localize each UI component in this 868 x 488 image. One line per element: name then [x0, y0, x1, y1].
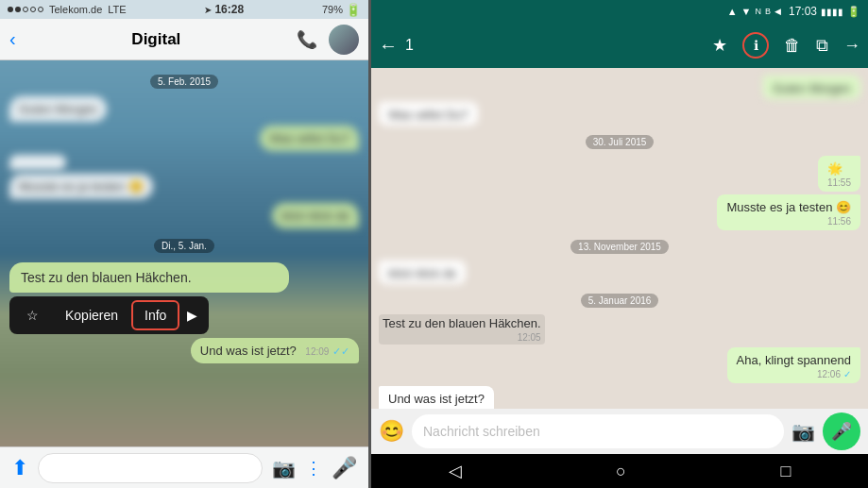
android-input-row: 😊 Nachricht schreiben 📷 🎤	[371, 409, 868, 454]
msg-text: Test zu den blauen Häkchen.	[21, 270, 192, 285]
android-nfc-icon: N	[755, 7, 761, 16]
android-toolbar-icons: ★ ℹ 🗑 ⧉ →	[712, 32, 860, 59]
a-msg-time: 12:06	[817, 369, 841, 379]
emoji-icon: 🌟	[827, 161, 842, 176]
android-back-button[interactable]: ←	[379, 35, 398, 57]
a-date-label: 5. Januar 2016	[581, 294, 659, 308]
a-msg-outgoing-aha: Aha, klingt spannend 12:06 ✓	[727, 347, 860, 383]
a-date-divider-juli: 30. Juli 2015	[379, 132, 860, 149]
msg-text: Guten Morgen	[19, 102, 97, 116]
msg-text: Test zu den blauen Häkchen.	[383, 316, 541, 330]
android-battery-icon: 🔋	[847, 6, 860, 18]
msg-outgoing-klick: klick klick de	[272, 203, 359, 228]
a-msg-time: 12:05	[518, 332, 541, 343]
ios-dots-icon[interactable]: ⋮	[305, 458, 322, 479]
a-msg-outgoing-testen: Musste es ja testen 😊 11:56	[717, 194, 860, 230]
android-vol-icon: ◀	[774, 7, 781, 16]
android-info-button[interactable]: ℹ	[742, 32, 769, 59]
ios-contact-avatar[interactable]	[329, 25, 359, 55]
ios-mic-icon[interactable]: 🎤	[332, 456, 357, 480]
ctx-star[interactable]: ☆	[13, 300, 52, 330]
ios-location-icon: ➤	[204, 5, 212, 15]
ios-toolbar: ⬆ 📷 ⋮ 🎤	[0, 446, 368, 488]
ios-camera-icon[interactable]: 📷	[272, 457, 296, 480]
android-mic-button[interactable]: 🎤	[823, 412, 860, 450]
ios-nav-icons: 📞	[297, 25, 359, 55]
msg-text: Und was ist jetzt?	[200, 344, 297, 358]
msg-text: Musste es ja testen 😊	[19, 179, 144, 194]
ios-carrier: Telekom.de	[49, 4, 102, 15]
a-msg-meta: 12:09	[388, 408, 485, 409]
android-camera-button[interactable]: 📷	[791, 420, 815, 443]
ios-phone-icon[interactable]: 📞	[297, 29, 317, 50]
dot-1	[8, 7, 13, 12]
ios-chevron-left-icon: ‹	[9, 28, 16, 50]
ios-upload-icon[interactable]: ⬆	[11, 456, 28, 480]
msg-text: Guten Morgen	[773, 81, 851, 95]
android-nav-recent[interactable]: □	[780, 462, 791, 481]
date-label-feb: 5. Feb. 2015	[150, 75, 218, 89]
android-chat-area: Guten Morgen Was willst Du? 30. Juli 201…	[371, 68, 868, 409]
a-msg-meta: 12:06 ✓	[737, 369, 851, 379]
ios-signal-dots	[8, 7, 43, 12]
android-forward-icon[interactable]: →	[843, 36, 860, 56]
android-selected-count: 1	[405, 37, 705, 54]
msg-time: 12:09	[305, 346, 329, 357]
msg-incoming-testen: Musste es ja testen 😊	[9, 174, 153, 199]
msg-outgoing-jetzt: Und was ist jetzt? 12:09 ✓✓	[191, 338, 359, 363]
ios-nav-title: Digital	[24, 30, 289, 49]
msg-text: klick klick de	[281, 209, 349, 223]
ios-input-bar[interactable]	[38, 453, 263, 483]
msg-row-jetzt: Und was ist jetzt? 12:09 ✓✓	[9, 338, 359, 363]
ctx-copy[interactable]: Kopieren	[52, 300, 131, 330]
a-date-divider-jan16: 5. Januar 2016	[379, 291, 860, 308]
a-msg-incoming-test: Test zu den blauen Häkchen. 12:05	[379, 314, 545, 345]
a-msg-meta: 11:55	[827, 177, 851, 188]
android-copy-icon[interactable]: ⧉	[816, 36, 828, 56]
a-date-label: 13. November 2015	[570, 240, 669, 254]
msg-text: klick klick de	[388, 266, 456, 280]
android-delete-icon[interactable]: 🗑	[784, 36, 801, 56]
android-bt-icon: B	[765, 7, 771, 16]
ios-network: LTE	[108, 4, 126, 15]
ios-time: 16:28	[214, 3, 244, 16]
a-msg-meta: 12:05	[383, 332, 541, 343]
a-msg-outgoing-emoji: 🌟 11:55	[818, 156, 860, 192]
android-status-icons: ▲ ▼ N B ◀ 17:03 ▮▮▮▮ 🔋	[727, 5, 860, 18]
a-msg-incoming-klick: klick klick de	[379, 261, 466, 284]
msg-text: Was willst Du?	[388, 108, 468, 122]
msg-incoming-morgen: Guten Morgen	[9, 96, 107, 122]
ios-nav-bar: ‹ Digital 📞	[0, 19, 368, 60]
android-star-icon[interactable]: ★	[712, 35, 727, 56]
ios-status-bar: Telekom.de LTE ➤ 16:28 79% 🔋	[0, 0, 368, 19]
android-signal-icon: ▲	[727, 6, 738, 17]
msg-text: Musste es ja testen 😊	[726, 200, 851, 214]
android-nav-back[interactable]: ◁	[449, 461, 462, 481]
ios-status-left: Telekom.de LTE	[8, 4, 127, 15]
context-menu-area: Test zu den blauen Häkchen. ☆ Kopieren I…	[9, 262, 359, 334]
a-date-divider-nov: 13. November 2015	[379, 237, 860, 254]
date-divider-feb: 5. Feb. 2015	[9, 72, 359, 89]
a-msg-incoming-jetzt: Und was ist jetzt? 12:09	[379, 386, 494, 409]
android-toolbar: ← 1 ★ ℹ 🗑 ⧉ →	[371, 23, 868, 68]
ios-panel: Telekom.de LTE ➤ 16:28 79% 🔋 ‹ Digital 📞…	[0, 0, 368, 488]
android-panel: ▲ ▼ N B ◀ 17:03 ▮▮▮▮ 🔋 ← 1 ★ ℹ 🗑 ⧉ → Gut…	[371, 0, 868, 488]
date-divider-jan: Di., 5. Jan.	[9, 236, 359, 253]
context-menu: ☆ Kopieren Info ▶	[9, 296, 209, 334]
android-emoji-button[interactable]: 😊	[379, 419, 404, 444]
android-time: 17:03	[789, 5, 817, 18]
android-nav-home[interactable]: ○	[616, 462, 626, 481]
android-input-placeholder: Nachricht schreiben	[423, 424, 540, 439]
msg-text: Und was ist jetzt?	[388, 392, 485, 406]
ios-chat-messages: 5. Feb. 2015 Guten Morgen Was willst Du?…	[0, 60, 368, 446]
ctx-forward[interactable]: ▶	[179, 300, 205, 330]
android-status-bar: ▲ ▼ N B ◀ 17:03 ▮▮▮▮ 🔋	[371, 0, 868, 23]
a-date-label: 30. Juli 2015	[586, 135, 655, 149]
ctx-info[interactable]: Info	[131, 300, 179, 330]
a-msg-time: 11:56	[827, 216, 851, 227]
android-message-input[interactable]: Nachricht schreiben	[412, 414, 784, 448]
ios-chat-bg: 5. Feb. 2015 Guten Morgen Was willst Du?…	[0, 60, 368, 446]
android-nav-bar: ◁ ○ □	[371, 454, 868, 488]
dot-2	[15, 7, 21, 12]
ios-back-button[interactable]: ‹	[9, 28, 16, 50]
